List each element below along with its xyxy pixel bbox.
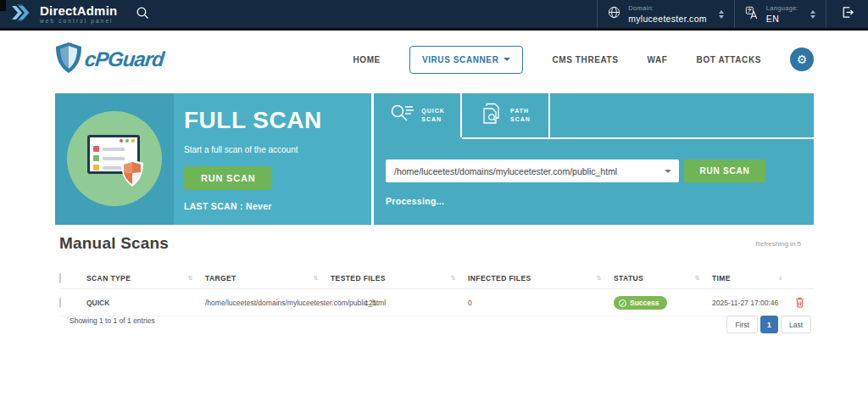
delete-scan-button[interactable] bbox=[795, 297, 804, 310]
pagination-page-1-button[interactable]: 1 bbox=[760, 316, 778, 333]
chevron-down-icon bbox=[504, 58, 510, 61]
gear-icon: ⚙ bbox=[797, 53, 808, 66]
col-infected-files[interactable]: INFECTED FILES bbox=[468, 274, 531, 282]
language-value: EN bbox=[766, 14, 798, 24]
language-selector[interactable]: Language: EN bbox=[734, 0, 826, 28]
row-checkbox[interactable] bbox=[59, 298, 61, 308]
sort-icon[interactable]: ⇅ bbox=[188, 275, 193, 282]
brand-name: DirectAdmin bbox=[40, 4, 117, 17]
manual-scans-table: SCAN TYPE⇅ TARGET⇅ TESTED FILES⇅ INFECTE… bbox=[59, 267, 814, 316]
trash-icon bbox=[795, 301, 804, 310]
topbar: DirectAdmin web control panel Domain: my… bbox=[0, 0, 868, 28]
full-scan-run-button[interactable]: RUN SCAN bbox=[184, 166, 272, 190]
tab-quick-scan[interactable]: QUICKSCAN bbox=[374, 93, 462, 137]
check-circle-icon: ✓ bbox=[619, 299, 626, 307]
col-target[interactable]: TARGET bbox=[205, 274, 236, 282]
full-scan-title: FULL SCAN bbox=[184, 107, 322, 134]
chevron-down-icon bbox=[665, 170, 671, 173]
sort-icon[interactable]: ⇅ bbox=[695, 275, 700, 282]
sort-icon[interactable]: ⇅ bbox=[314, 275, 319, 282]
entries-summary: Showing 1 to 1 of 1 entries bbox=[70, 316, 155, 325]
directadmin-brand[interactable]: DirectAdmin web control panel bbox=[11, 3, 117, 25]
globe-icon bbox=[608, 6, 620, 22]
scanner-tabs: QUICKSCAN PATHSCAN bbox=[374, 93, 550, 137]
cell-infected-files: 0 bbox=[468, 289, 614, 316]
pagination: First 1 Last bbox=[726, 316, 811, 333]
nav-item-cms-threats[interactable]: CMS THREATS bbox=[552, 55, 618, 64]
status-badge: ✓ Success bbox=[614, 296, 667, 310]
manual-scans-title: Manual Scans bbox=[59, 234, 169, 253]
main-nav: HOME VIRUS SCANNER CMS THREATS WAF BOT A… bbox=[353, 46, 814, 74]
logout-button[interactable] bbox=[826, 0, 868, 28]
refresh-countdown: Refreshing in 5 bbox=[755, 240, 801, 248]
pagination-first-button[interactable]: First bbox=[726, 316, 758, 333]
nav-item-bot-attacks[interactable]: BOT ATTACKS bbox=[697, 55, 761, 64]
cpguard-logo-text: cPGuard bbox=[84, 48, 165, 71]
search-icon bbox=[136, 6, 149, 23]
scan-path-input[interactable] bbox=[386, 159, 679, 182]
col-status[interactable]: STATUS bbox=[614, 274, 643, 282]
topbar-divider bbox=[0, 28, 868, 31]
domain-value: myluceetester.com bbox=[628, 14, 707, 24]
nav-item-waf[interactable]: WAF bbox=[648, 55, 668, 64]
pagination-last-button[interactable]: Last bbox=[781, 316, 811, 333]
domain-label: Domain: bbox=[628, 4, 707, 12]
brand-tagline: web control panel bbox=[40, 19, 117, 25]
nav-item-home[interactable]: HOME bbox=[353, 55, 380, 64]
last-scan-text: LAST SCAN : Never bbox=[184, 201, 322, 211]
processing-status: Processing... bbox=[386, 196, 444, 206]
magnifier-lines-icon bbox=[389, 103, 415, 128]
sort-icon[interactable]: ⇅ bbox=[451, 275, 456, 282]
language-dropdown-arrows bbox=[810, 10, 815, 19]
full-scan-illustration bbox=[55, 93, 174, 225]
translate-icon bbox=[745, 6, 759, 23]
corner-artifact bbox=[0, 0, 6, 11]
cell-scan-type: QUICK bbox=[86, 289, 205, 316]
scan-path-select[interactable] bbox=[386, 159, 679, 182]
cpguard-logo[interactable]: cPGuard bbox=[54, 42, 164, 77]
settings-button[interactable]: ⚙ bbox=[790, 48, 814, 71]
domain-selector[interactable]: Domain: myluceetester.com bbox=[597, 0, 734, 28]
logout-icon bbox=[840, 5, 854, 23]
sort-icon[interactable]: ⇅ bbox=[597, 275, 602, 282]
tabs-underline bbox=[462, 137, 814, 139]
full-scan-subtitle: Start a full scan of the account bbox=[184, 145, 322, 154]
nav-item-virus-scanner[interactable]: VIRUS SCANNER bbox=[409, 46, 524, 74]
directadmin-chevrons-icon bbox=[11, 3, 34, 25]
scanner-run-button[interactable]: RUN SCAN bbox=[684, 159, 765, 182]
cell-time: 2025-11-27 17:00:46 bbox=[712, 289, 795, 316]
sort-icon[interactable]: ⇓ bbox=[778, 275, 783, 282]
table-header-row: SCAN TYPE⇅ TARGET⇅ TESTED FILES⇅ INFECTE… bbox=[59, 267, 814, 289]
shield-icon bbox=[120, 159, 145, 187]
cpguard-shield-icon bbox=[54, 42, 83, 77]
tab-path-scan[interactable]: PATHSCAN bbox=[462, 93, 550, 137]
col-tested-files[interactable]: TESTED FILES bbox=[331, 274, 386, 282]
table-row: QUICK /home/luceetest/domains/myluceetes… bbox=[59, 289, 814, 316]
select-all-checkbox[interactable] bbox=[59, 273, 61, 283]
col-time[interactable]: TIME bbox=[712, 274, 731, 282]
domain-dropdown-arrows bbox=[719, 10, 724, 19]
col-scan-type[interactable]: SCAN TYPE bbox=[86, 274, 131, 282]
app-header: cPGuard HOME VIRUS SCANNER CMS THREATS W… bbox=[54, 34, 814, 85]
scanner-card: QUICKSCAN PATHSCAN RUN SCAN Processing..… bbox=[374, 93, 814, 225]
language-label: Language: bbox=[766, 4, 798, 12]
documents-magnifier-icon bbox=[480, 102, 504, 129]
scan-illustration-circle bbox=[67, 111, 162, 206]
full-scan-card: FULL SCAN Start a full scan of the accou… bbox=[55, 93, 371, 225]
search-button[interactable] bbox=[136, 6, 149, 23]
cell-target: /home/luceetest/domains/myluceetester.co… bbox=[205, 289, 331, 316]
